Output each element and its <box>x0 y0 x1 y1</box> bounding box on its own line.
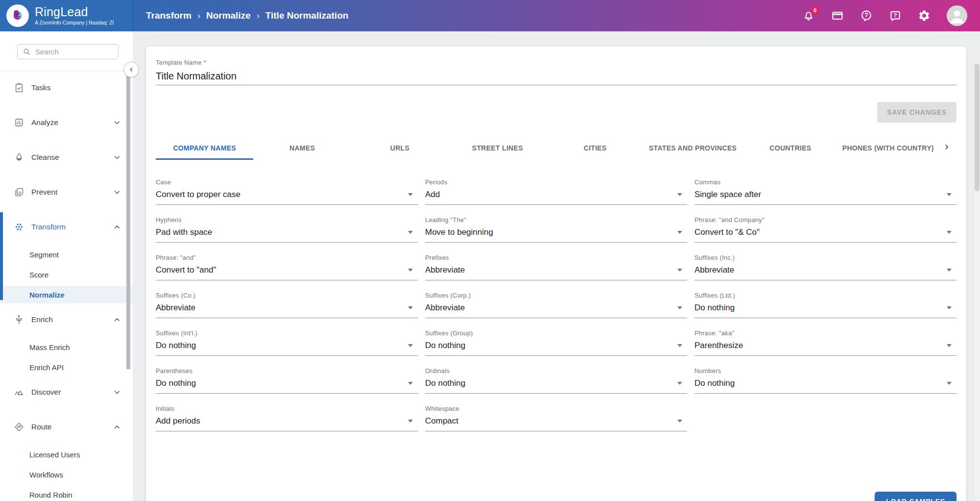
tab-company-names[interactable]: COMPANY NAMES <box>156 136 253 160</box>
field-control[interactable]: Pad with space <box>156 227 418 243</box>
sidebar-item-enrich[interactable]: Enrich <box>0 310 133 329</box>
select-field-phrase-and-company[interactable]: Phrase: "and Company" Convert to "& Co" <box>694 216 956 254</box>
tab-states-and-provinces[interactable]: STATES AND PROVINCES <box>644 136 741 160</box>
sidebar-item-tasks[interactable]: Tasks <box>0 78 133 98</box>
chevron-down-icon <box>112 387 122 397</box>
select-field-initials[interactable]: Initials Add periods <box>156 405 418 443</box>
field-control[interactable]: Convert to proper case <box>156 189 418 205</box>
select-field-prefixes[interactable]: Prefixes Abbreviate <box>425 254 687 292</box>
dropdown-arrow-icon <box>408 231 413 234</box>
search-box[interactable] <box>17 44 119 59</box>
account-button[interactable] <box>947 5 967 26</box>
nav-group-enrich: EnrichMass EnrichEnrich API <box>0 310 133 376</box>
field-control[interactable]: Parenthesize <box>694 340 956 356</box>
main-scrollbar[interactable] <box>973 63 980 501</box>
sidebar-item-analyze[interactable]: Analyze <box>0 113 133 132</box>
select-field-periods[interactable]: Periods Add <box>425 178 687 216</box>
tabs-scroll-right-button[interactable] <box>937 136 956 160</box>
field-label: Suffixes (Co.) <box>156 292 418 299</box>
select-field-leading-the[interactable]: Leading "The" Move to beginning <box>425 216 687 254</box>
select-field-parentheses[interactable]: Parentheses Do nothing <box>156 367 418 405</box>
field-label: Case <box>156 178 418 186</box>
select-field-hyphens[interactable]: Hyphens Pad with space <box>156 216 418 254</box>
select-field-case[interactable]: Case Convert to proper case <box>156 178 418 216</box>
search-input[interactable] <box>35 48 109 56</box>
field-control[interactable]: Convert to "and" <box>156 265 418 280</box>
field-control[interactable]: Do nothing <box>694 378 956 394</box>
sidebar-item-label: Cleanse <box>31 153 112 162</box>
select-field-suffixes-ltd[interactable]: Suffixes (Ltd.) Do nothing <box>694 292 956 329</box>
sidebar-item-segment[interactable]: Segment <box>0 246 133 263</box>
field-control[interactable]: Do nothing <box>425 378 687 394</box>
select-field-whitespace[interactable]: Whitespace Compact <box>425 405 687 443</box>
top-bar: RingLead A ZoomInfo Company | Nasdaq: ZI… <box>0 0 980 31</box>
field-control[interactable]: Abbreviate <box>156 302 418 318</box>
select-field-numbers[interactable]: Numbers Do nothing <box>694 367 956 405</box>
field-control[interactable]: Do nothing <box>694 302 956 318</box>
sidebar-item-normalize[interactable]: Normalize <box>0 286 133 303</box>
sidebar-scrollbar[interactable] <box>126 74 130 369</box>
field-control[interactable]: Convert to "& Co" <box>694 227 956 243</box>
field-control[interactable]: Abbreviate <box>425 302 687 318</box>
dropdown-arrow-icon <box>408 269 413 272</box>
sidebar-item-prevent[interactable]: Prevent <box>0 182 133 202</box>
tab-cities[interactable]: CITIES <box>547 136 644 160</box>
field-control[interactable]: Single space after <box>694 189 956 205</box>
field-control[interactable]: Add <box>425 189 687 205</box>
chevron-up-icon <box>112 222 122 232</box>
sidebar-item-cleanse[interactable]: Cleanse <box>0 148 133 167</box>
field-control[interactable]: Abbreviate <box>425 265 687 280</box>
notification-count-badge: 0 <box>811 6 819 15</box>
tab-names[interactable]: NAMES <box>253 136 351 160</box>
sidebar-item-enrich-api[interactable]: Enrich API <box>0 358 133 376</box>
sidebar-item-mass-enrich[interactable]: Mass Enrich <box>0 338 133 356</box>
save-changes-button[interactable]: SAVE CHANGES <box>877 102 956 123</box>
breadcrumb-separator: › <box>197 11 200 21</box>
tab-countries[interactable]: COUNTRIES <box>741 136 839 160</box>
field-label: Prefixes <box>425 254 687 261</box>
field-value: Parenthesize <box>694 340 743 351</box>
load-samples-button[interactable]: LOAD SAMPLES <box>875 492 956 501</box>
breadcrumb-item-transform[interactable]: Transform <box>146 10 191 21</box>
sidebar-item-transform[interactable]: Transform <box>0 217 133 237</box>
field-value: Move to beginning <box>425 227 493 238</box>
sidebar-item-discover[interactable]: Discover <box>0 382 133 402</box>
tab-urls[interactable]: URLS <box>351 136 449 160</box>
template-name-label: Template Name * <box>156 59 206 66</box>
sidebar-item-round-robin[interactable]: Round Robin <box>0 486 133 501</box>
sidebar-item-score[interactable]: Score <box>0 266 133 283</box>
notifications-button[interactable]: 0 <box>802 9 815 22</box>
field-control[interactable]: Add periods <box>156 416 418 431</box>
select-field-suffixes-co[interactable]: Suffixes (Co.) Abbreviate <box>156 292 418 329</box>
field-label: Suffixes (Corp.) <box>425 292 687 299</box>
sidebar-item-workflows[interactable]: Workflows <box>0 466 133 483</box>
select-field-commas[interactable]: Commas Single space after <box>694 178 956 216</box>
select-field-suffixes-inc[interactable]: Suffixes (Inc.) Abbreviate <box>694 254 956 292</box>
select-field-suffixes-group[interactable]: Suffixes (Group) Do nothing <box>425 329 687 367</box>
field-value: Do nothing <box>425 378 465 389</box>
tab-street-lines[interactable]: STREET LINES <box>449 136 546 160</box>
field-control[interactable]: Abbreviate <box>694 265 956 280</box>
help-button[interactable]: ? <box>860 9 873 22</box>
select-field-phrase-and[interactable]: Phrase: "and" Convert to "and" <box>156 254 418 292</box>
select-field-suffixes-int-l[interactable]: Suffixes (Int'l.) Do nothing <box>156 329 418 367</box>
main-scrollbar-thumb[interactable] <box>975 64 980 191</box>
sidebar-collapse-button[interactable] <box>123 62 139 77</box>
select-field-phrase-aka[interactable]: Phrase: "aka" Parenthesize <box>694 329 956 367</box>
field-control[interactable]: Move to beginning <box>425 227 687 243</box>
settings-button[interactable] <box>918 9 931 22</box>
select-field-ordinals[interactable]: Ordinals Do nothing <box>425 367 687 405</box>
field-control[interactable]: Do nothing <box>156 340 418 356</box>
feedback-button[interactable]: ? <box>889 9 902 22</box>
brand[interactable]: RingLead A ZoomInfo Company | Nasdaq: ZI <box>0 0 133 31</box>
tab-phones-with-country[interactable]: PHONES (WITH COUNTRY) <box>839 136 937 160</box>
breadcrumb-item-normalize[interactable]: Normalize <box>206 10 251 21</box>
field-control[interactable]: Compact <box>425 416 687 431</box>
field-control[interactable]: Do nothing <box>425 340 687 356</box>
sidebar-item-route[interactable]: Route <box>0 417 133 437</box>
field-control[interactable]: Do nothing <box>156 378 418 394</box>
sidebar-item-licensed-users[interactable]: Licensed Users <box>0 446 133 463</box>
template-name-input[interactable] <box>156 67 956 85</box>
select-field-suffixes-corp[interactable]: Suffixes (Corp.) Abbreviate <box>425 292 687 329</box>
billing-button[interactable] <box>831 9 844 22</box>
